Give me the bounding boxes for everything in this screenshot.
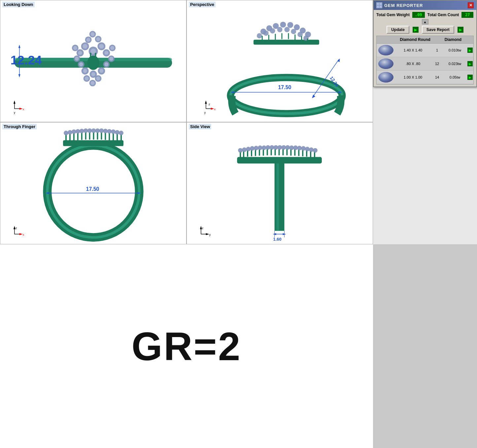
gr-label: GR=2 [132,324,242,369]
svg-rect-114 [105,133,106,140]
gem-reporter-close-button[interactable]: ✕ [468,2,474,8]
svg-point-132 [115,130,119,135]
gem-count-2: 12 [431,62,443,66]
scroll-row: ▲ [376,19,474,24]
svg-rect-201 [380,3,382,5]
header-category-col: Diamond [434,37,472,42]
svg-point-27 [110,46,114,50]
gem-reporter-titlebar: GEM REPORTER ✕ [374,1,476,10]
svg-rect-78 [268,35,269,41]
gem-arrow-1[interactable]: ▶ [467,48,473,53]
svg-rect-79 [275,34,276,40]
svg-point-124 [84,128,88,133]
svg-point-69 [257,33,262,38]
update-button[interactable]: Update [387,26,409,34]
gem-count-3: 14 [431,75,443,79]
svg-text:z: z [202,226,204,230]
gem-reporter-body: Total Gem Weight .09 Total Gem Count 27 … [374,10,476,86]
svg-rect-155 [267,149,268,155]
update-play-button[interactable]: ▶ [413,27,419,33]
gem-size-1: 1.40 X 1.40 [395,48,431,52]
viewport-side-view[interactable]: Side View [187,122,373,244]
svg-rect-156 [271,149,272,155]
svg-point-131 [111,129,116,134]
svg-point-33 [99,69,103,73]
gem-arrow-2[interactable]: ▶ [467,61,473,66]
viewport-through-finger[interactable]: Through Finger [0,122,187,244]
svg-point-176 [270,145,274,150]
save-report-label: Save Report [426,27,450,32]
svg-text:x: x [214,108,216,111]
gem-weight-3: 0.05tw [443,75,467,79]
svg-rect-117 [117,134,118,141]
svg-point-170 [246,147,251,152]
svg-rect-159 [282,149,284,155]
gem-stats-row: Total Gem Weight .09 Total Gem Count 27 [376,12,474,18]
svg-point-9 [99,44,104,49]
svg-point-74 [291,29,296,34]
svg-point-7 [83,44,87,49]
svg-point-121 [72,129,76,134]
viewport-perspective[interactable]: Perspective [187,0,373,122]
gem-count-1: 1 [431,48,443,52]
gem-thumbnail-1 [378,45,393,55]
svg-rect-45 [95,53,96,59]
svg-rect-118 [120,134,122,142]
viewport-grid: Looking Down [0,0,373,244]
svg-point-129 [103,129,108,133]
svg-point-122 [76,129,80,134]
svg-rect-162 [294,149,295,156]
svg-rect-44 [90,53,91,59]
gem-thumbnail-3 [378,72,393,83]
svg-point-73 [284,27,290,32]
svg-rect-164 [302,150,303,156]
gem-size-2: .80 X .80 [395,62,431,66]
viewport-label-through-finger: Through Finger [2,124,37,129]
total-count-value: 27 [461,12,473,18]
svg-point-35 [85,77,89,81]
svg-text:x: x [23,108,24,111]
svg-point-178 [278,145,282,150]
svg-point-172 [254,146,258,151]
svg-rect-160 [286,149,288,155]
svg-rect-111 [93,132,94,140]
svg-point-171 [250,146,255,151]
svg-point-25 [109,57,113,61]
svg-point-3 [87,55,99,70]
svg-rect-60 [254,40,319,45]
svg-point-119 [64,131,68,135]
svg-rect-202 [377,6,379,8]
svg-text:y: y [14,111,16,114]
viewport-label-perspective: Perspective [189,2,216,7]
svg-rect-110 [89,132,90,140]
gem-weight-1: 0.010tw [443,48,467,52]
svg-rect-109 [85,132,86,140]
svg-text:17.50: 17.50 [278,85,291,90]
right-strip-bg [373,244,477,448]
svg-rect-84 [307,38,308,44]
play-icon-save: ▶ [459,28,462,32]
svg-point-185 [305,147,310,152]
svg-rect-105 [69,134,71,141]
scroll-up-button[interactable]: ▲ [422,19,428,24]
titlebar-left: GEM REPORTER [376,2,423,8]
svg-point-128 [99,128,104,133]
svg-point-183 [297,146,302,151]
table-row: 1.40 X 1.40 1 0.010tw ▶ [377,44,473,57]
svg-rect-145 [275,162,285,231]
save-report-button[interactable]: Save Report [422,26,454,34]
svg-point-180 [285,145,290,150]
svg-rect-116 [113,133,114,141]
svg-rect-161 [290,149,291,156]
viewport-looking-down[interactable]: Looking Down [0,0,187,122]
svg-rect-200 [377,3,379,5]
action-buttons-row: Update ▶ Save Report ▶ [376,26,474,34]
svg-point-17 [96,37,100,41]
svg-text:17.50: 17.50 [86,186,99,192]
svg-text:1.60: 1.60 [273,237,282,242]
svg-point-169 [242,148,247,152]
save-report-play-button[interactable]: ▶ [458,27,463,33]
gem-arrow-3[interactable]: ▶ [467,75,473,80]
svg-point-15 [86,38,90,42]
header-thumb-col [378,37,396,42]
